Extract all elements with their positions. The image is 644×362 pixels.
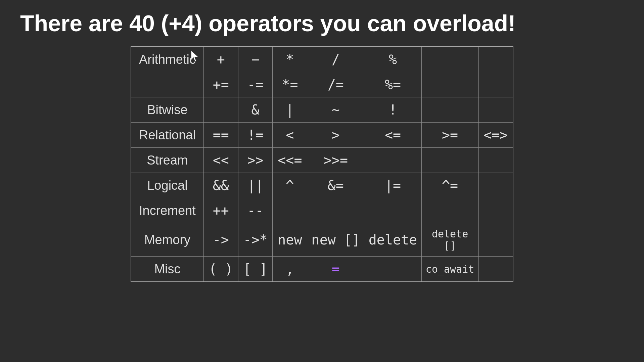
table-row: Increment ++ -- [131, 198, 513, 223]
op-comma: , [273, 257, 307, 282]
op-mul-eq: *= [273, 72, 307, 97]
op-bitor: | [273, 97, 307, 123]
op-bitand: & [238, 97, 273, 123]
op-logor: || [238, 173, 273, 198]
op-xor: ^ [273, 173, 307, 198]
category-bitwise: Bitwise [131, 97, 203, 123]
op-assign: = [307, 257, 364, 282]
op-div-eq: /= [307, 72, 364, 97]
op-shreq: >>= [307, 148, 364, 173]
op-spaceship: <=> [478, 123, 513, 148]
op-neq: != [238, 123, 273, 148]
category-empty-1 [131, 72, 203, 97]
op-lognot: ! [364, 97, 421, 123]
op-subscript: [ ] [238, 257, 273, 282]
op-modulo: % [364, 47, 421, 72]
op-shl: << [203, 148, 238, 173]
operators-table: Arithmetic + − * / % += -= *= /= %= Bitw… [131, 46, 513, 282]
category-increment: Increment [131, 198, 203, 223]
table-row: Bitwise & | ~ ! [131, 97, 513, 123]
op-shleq: <<= [273, 148, 307, 173]
op-empty-11 [478, 173, 513, 198]
op-minus: − [238, 47, 273, 72]
op-delete-arr: delete[] [421, 223, 478, 257]
op-empty-2 [478, 47, 513, 72]
op-logand: && [203, 173, 238, 198]
op-xoreq: ^= [421, 173, 478, 198]
op-inc: ++ [203, 198, 238, 223]
op-empty-16 [478, 198, 513, 223]
op-arrow: -> [203, 223, 238, 257]
category-stream: Stream [131, 148, 203, 173]
op-lte: <= [364, 123, 421, 148]
table-row: Arithmetic + − * / % [131, 47, 513, 72]
table-row: += -= *= /= %= [131, 72, 513, 97]
category-arithmetic: Arithmetic [131, 47, 203, 72]
op-empty-18 [364, 257, 421, 282]
op-empty-9 [421, 148, 478, 173]
op-plus-eq: += [203, 72, 238, 97]
op-delete: delete [364, 223, 421, 257]
op-shr: >> [238, 148, 273, 173]
op-arrow-star: ->* [238, 223, 273, 257]
op-empty-1 [421, 47, 478, 72]
op-gte: >= [421, 123, 478, 148]
op-multiply: * [273, 47, 307, 72]
table-row: Memory -> ->* new new [] delete delete[] [131, 223, 513, 257]
op-empty-3 [421, 72, 478, 97]
op-bitnot: ~ [307, 97, 364, 123]
table-row: Logical && || ^ &= |= ^= [131, 173, 513, 198]
category-misc: Misc [131, 257, 203, 282]
op-empty-12 [273, 198, 307, 223]
op-empty-15 [421, 198, 478, 223]
op-lt: < [273, 123, 307, 148]
op-call: ( ) [203, 257, 238, 282]
op-new: new [273, 223, 307, 257]
op-divide: / [307, 47, 364, 72]
page-title: There are 40 (+4) operators you can over… [20, 10, 516, 36]
op-andeq: &= [307, 173, 364, 198]
category-relational: Relational [131, 123, 203, 148]
category-logical: Logical [131, 173, 203, 198]
op-empty-19 [478, 257, 513, 282]
op-empty-4 [478, 72, 513, 97]
table-row: Stream << >> <<= >>= [131, 148, 513, 173]
op-coawait: co_await [421, 257, 478, 282]
op-minus-eq: -= [238, 72, 273, 97]
op-empty-6 [421, 97, 478, 123]
op-mod-eq: %= [364, 72, 421, 97]
op-oreq: |= [364, 173, 421, 198]
op-empty-13 [307, 198, 364, 223]
op-gt: > [307, 123, 364, 148]
operators-table-wrapper: Arithmetic + − * / % += -= *= /= %= Bitw… [131, 46, 513, 282]
op-dec: -- [238, 198, 273, 223]
category-memory: Memory [131, 223, 203, 257]
op-empty-10 [478, 148, 513, 173]
op-empty-7 [478, 97, 513, 123]
op-empty-5 [203, 97, 238, 123]
table-row: Relational == != < > <= >= <=> [131, 123, 513, 148]
op-empty-8 [364, 148, 421, 173]
op-empty-14 [364, 198, 421, 223]
op-eq: == [203, 123, 238, 148]
op-new-arr: new [] [307, 223, 364, 257]
op-plus: + [203, 47, 238, 72]
op-empty-17 [478, 223, 513, 257]
table-row: Misc ( ) [ ] , = co_await [131, 257, 513, 282]
